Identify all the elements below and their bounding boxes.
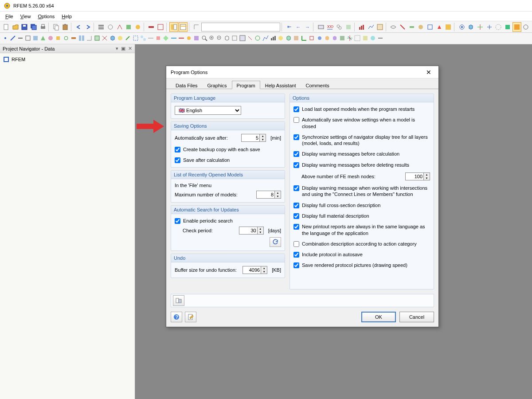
footer-icon-button[interactable] [173,295,184,306]
tool-icon[interactable] [78,35,85,43]
tool-icon[interactable] [94,35,101,43]
zoom-icon[interactable] [201,35,208,43]
tool-icon[interactable] [132,35,139,43]
tool-icon[interactable] [254,35,261,43]
tool-icon[interactable] [522,22,531,32]
tool-icon[interactable] [178,35,185,43]
open-icon[interactable] [11,22,20,32]
tab-comments[interactable]: Comments [301,81,334,89]
spin-down-icon[interactable]: ▼ [258,231,263,234]
tool-icon[interactable] [503,22,512,32]
sync-nav-checkbox[interactable] [293,134,299,140]
tool-icon[interactable] [239,35,246,43]
enable-search-checkbox[interactable] [175,218,180,224]
tool-icon[interactable] [316,35,323,43]
paste-icon[interactable] [61,22,70,32]
cube-icon[interactable] [331,35,338,43]
tool-icon[interactable] [117,35,124,43]
tool-icon[interactable] [476,22,485,32]
tool-icon[interactable] [133,22,142,32]
tool-icon[interactable] [17,35,24,43]
tool-icon[interactable] [231,35,238,43]
menu-file[interactable]: File [2,12,17,20]
buffer-spinner[interactable]: ▲▼ [243,266,267,274]
cube-icon[interactable] [109,35,116,43]
chart-icon[interactable] [357,22,366,32]
tool-icon[interactable] [377,35,384,43]
auto-save-spinner[interactable]: ▲▼ [241,134,266,142]
tab-data-files[interactable]: Data Files [171,81,203,89]
cube-icon[interactable] [223,35,231,43]
tool-icon[interactable] [301,35,308,43]
spin-down-icon[interactable]: ▼ [275,195,281,198]
tool-icon[interactable] [494,22,503,32]
tool-icon[interactable] [147,35,154,43]
warn-calc-checkbox[interactable] [293,151,299,157]
tool-icon[interactable] [407,22,416,32]
dropdown-icon[interactable]: ▾ [116,46,118,51]
tool-icon[interactable] [293,35,300,43]
tool-icon[interactable] [86,35,93,43]
close-icon[interactable]: ✕ [128,46,132,51]
spin-up-icon[interactable]: ▲ [258,227,263,231]
help-button[interactable]: ? [171,312,182,322]
spin-up-icon[interactable]: ▲ [424,173,430,176]
tool-icon[interactable] [458,22,466,32]
warn-intersect-checkbox[interactable] [293,185,299,191]
tool-icon[interactable] [444,22,453,32]
max-models-spinner[interactable]: ▲▼ [256,191,281,199]
tool-icon[interactable] [24,35,31,43]
printout-lang-checkbox[interactable] [293,224,299,230]
view-toggle-2[interactable] [179,22,188,32]
tool-icon[interactable] [193,35,200,43]
tool-icon[interactable] [156,22,165,32]
tool-icon[interactable] [262,35,269,43]
nav-next-icon[interactable]: → [303,22,312,32]
tool-icon[interactable] [155,35,162,43]
tool-icon[interactable] [426,22,434,32]
language-select[interactable]: 🇬🇧 English [175,106,241,115]
tool-icon[interactable] [2,35,9,43]
mesh-spinner[interactable]: ▲▼ [405,172,430,180]
tool-icon[interactable] [246,35,254,43]
tool-icon[interactable] [270,35,277,43]
auto-save-win-checkbox[interactable] [293,117,299,123]
cancel-button[interactable]: Cancel [399,312,434,322]
tool-icon[interactable] [389,22,398,32]
tool-icon[interactable] [32,35,39,43]
spin-down-icon[interactable]: ▼ [260,138,266,141]
check-now-button[interactable] [270,237,281,247]
max-models-input[interactable] [256,191,275,199]
tool-icon[interactable] [398,22,407,32]
nav-first-icon[interactable]: ⇤ [285,22,293,32]
backup-checkbox[interactable] [175,147,180,153]
tool-icon[interactable] [362,35,369,43]
tool-icon[interactable] [124,35,131,43]
save-icon[interactable] [20,22,29,32]
save-after-calc-checkbox[interactable] [175,157,180,163]
zoom-in-icon[interactable] [208,35,215,43]
tool-icon[interactable] [101,35,108,43]
menu-options[interactable]: Options [34,12,58,20]
dimension-icon[interactable]: xxx [326,22,335,32]
spin-up-icon[interactable]: ▲ [275,191,281,195]
tool-icon[interactable] [9,35,16,43]
tool-icon[interactable] [140,35,147,43]
close-button[interactable]: ✕ [423,67,434,78]
chart-icon[interactable] [367,22,376,32]
toolbar-combo[interactable] [201,23,280,31]
spin-down-icon[interactable]: ▼ [261,270,267,274]
tool-icon[interactable] [192,22,201,32]
menu-view[interactable]: View [17,12,35,20]
warn-delete-checkbox[interactable] [293,162,299,168]
tool-icon[interactable] [485,22,494,32]
tool-icon[interactable] [162,35,169,43]
full-cs-checkbox[interactable] [293,203,299,208]
nav-root-item[interactable]: RFEM [2,55,133,64]
tool-icon[interactable] [106,22,115,32]
tool-icon[interactable] [147,22,156,32]
tool-icon[interactable] [417,22,426,32]
load-last-checkbox[interactable] [293,106,299,112]
undo-icon[interactable] [74,22,83,32]
spin-up-icon[interactable]: ▲ [260,134,266,138]
